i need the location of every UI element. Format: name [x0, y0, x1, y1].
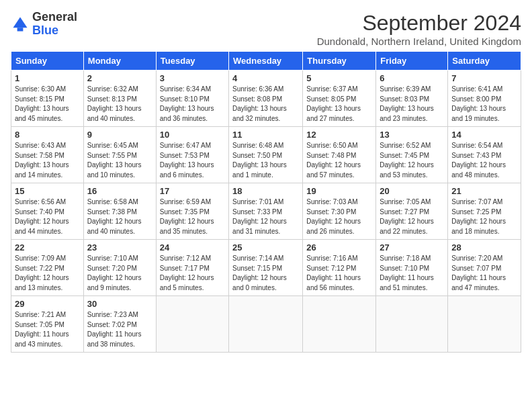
- table-row: [156, 296, 228, 353]
- table-row: 23Sunrise: 7:10 AMSunset: 7:20 PMDayligh…: [83, 240, 156, 296]
- day-info: Sunrise: 7:05 AMSunset: 7:27 PMDaylight:…: [380, 197, 444, 236]
- day-info: Sunrise: 6:56 AMSunset: 7:40 PMDaylight:…: [15, 197, 80, 236]
- calendar-week-row: 15Sunrise: 6:56 AMSunset: 7:40 PMDayligh…: [11, 183, 521, 240]
- day-info: Sunrise: 6:58 AMSunset: 7:38 PMDaylight:…: [87, 197, 152, 236]
- day-info: Sunrise: 7:18 AMSunset: 7:10 PMDaylight:…: [380, 254, 444, 293]
- day-number: 16: [87, 186, 152, 196]
- table-row: 17Sunrise: 6:59 AMSunset: 7:35 PMDayligh…: [156, 183, 228, 240]
- day-number: 1: [15, 73, 80, 83]
- col-wednesday: Wednesday: [229, 52, 303, 71]
- table-row: [448, 296, 521, 353]
- table-row: [229, 296, 303, 353]
- day-number: 8: [15, 130, 80, 140]
- day-info: Sunrise: 6:41 AMSunset: 8:00 PMDaylight:…: [451, 85, 517, 124]
- day-info: Sunrise: 7:16 AMSunset: 7:12 PMDaylight:…: [306, 254, 372, 293]
- day-info: Sunrise: 7:07 AMSunset: 7:25 PMDaylight:…: [451, 197, 517, 236]
- day-number: 2: [87, 73, 152, 83]
- table-row: 10Sunrise: 6:47 AMSunset: 7:53 PMDayligh…: [156, 127, 228, 183]
- table-row: 5Sunrise: 6:37 AMSunset: 8:05 PMDaylight…: [303, 71, 376, 127]
- table-row: 16Sunrise: 6:58 AMSunset: 7:38 PMDayligh…: [83, 183, 156, 240]
- day-info: Sunrise: 6:34 AMSunset: 8:10 PMDaylight:…: [160, 85, 225, 124]
- table-row: 25Sunrise: 7:14 AMSunset: 7:15 PMDayligh…: [229, 240, 303, 296]
- table-row: 26Sunrise: 7:16 AMSunset: 7:12 PMDayligh…: [303, 240, 376, 296]
- day-info: Sunrise: 7:21 AMSunset: 7:05 PMDaylight:…: [15, 310, 80, 349]
- col-friday: Friday: [376, 52, 448, 71]
- day-number: 15: [15, 186, 80, 196]
- day-info: Sunrise: 6:36 AMSunset: 8:08 PMDaylight:…: [232, 85, 299, 124]
- location-subtitle: Dundonald, Northern Ireland, United King…: [317, 36, 521, 47]
- calendar-week-row: 1Sunrise: 6:30 AMSunset: 8:15 PMDaylight…: [11, 71, 521, 127]
- day-info: Sunrise: 7:01 AMSunset: 7:33 PMDaylight:…: [232, 197, 299, 236]
- day-info: Sunrise: 6:39 AMSunset: 8:03 PMDaylight:…: [380, 85, 444, 124]
- table-row: 19Sunrise: 7:03 AMSunset: 7:30 PMDayligh…: [303, 183, 376, 240]
- calendar-header-row: Sunday Monday Tuesday Wednesday Thursday…: [11, 52, 521, 71]
- page-header: General Blue September 2024 Dundonald, N…: [11, 11, 521, 47]
- table-row: 9Sunrise: 6:45 AMSunset: 7:55 PMDaylight…: [83, 127, 156, 183]
- day-info: Sunrise: 6:47 AMSunset: 7:53 PMDaylight:…: [160, 141, 225, 180]
- svg-rect-2: [17, 28, 24, 31]
- day-info: Sunrise: 7:20 AMSunset: 7:07 PMDaylight:…: [451, 254, 517, 293]
- day-number: 26: [306, 242, 372, 253]
- day-number: 3: [160, 73, 225, 83]
- table-row: 2Sunrise: 6:32 AMSunset: 8:13 PMDaylight…: [83, 71, 156, 127]
- table-row: 3Sunrise: 6:34 AMSunset: 8:10 PMDaylight…: [156, 71, 228, 127]
- day-info: Sunrise: 7:12 AMSunset: 7:17 PMDaylight:…: [160, 254, 225, 293]
- col-monday: Monday: [83, 52, 156, 71]
- table-row: 30Sunrise: 7:23 AMSunset: 7:02 PMDayligh…: [83, 296, 156, 353]
- day-info: Sunrise: 6:45 AMSunset: 7:55 PMDaylight:…: [87, 141, 152, 180]
- day-number: 13: [380, 130, 444, 140]
- day-number: 27: [380, 242, 444, 253]
- day-info: Sunrise: 6:37 AMSunset: 8:05 PMDaylight:…: [306, 85, 372, 124]
- day-info: Sunrise: 6:43 AMSunset: 7:58 PMDaylight:…: [15, 141, 80, 180]
- table-row: 13Sunrise: 6:52 AMSunset: 7:45 PMDayligh…: [376, 127, 448, 183]
- day-info: Sunrise: 6:52 AMSunset: 7:45 PMDaylight:…: [380, 141, 444, 180]
- table-row: 24Sunrise: 7:12 AMSunset: 7:17 PMDayligh…: [156, 240, 228, 296]
- day-info: Sunrise: 6:32 AMSunset: 8:13 PMDaylight:…: [87, 85, 152, 124]
- day-number: 17: [160, 186, 225, 196]
- col-thursday: Thursday: [303, 52, 376, 71]
- day-number: 29: [15, 299, 80, 309]
- day-number: 30: [87, 299, 152, 309]
- day-number: 10: [160, 130, 225, 140]
- day-number: 9: [87, 130, 152, 140]
- table-row: 1Sunrise: 6:30 AMSunset: 8:15 PMDaylight…: [11, 71, 84, 127]
- day-info: Sunrise: 7:14 AMSunset: 7:15 PMDaylight:…: [232, 254, 299, 293]
- day-number: 4: [232, 73, 299, 83]
- day-number: 19: [306, 186, 372, 196]
- day-info: Sunrise: 7:10 AMSunset: 7:20 PMDaylight:…: [87, 254, 152, 293]
- day-info: Sunrise: 7:09 AMSunset: 7:22 PMDaylight:…: [15, 254, 80, 293]
- table-row: 6Sunrise: 6:39 AMSunset: 8:03 PMDaylight…: [376, 71, 448, 127]
- day-number: 20: [380, 186, 444, 196]
- calendar-week-row: 8Sunrise: 6:43 AMSunset: 7:58 PMDaylight…: [11, 127, 521, 183]
- day-number: 14: [451, 130, 517, 140]
- day-info: Sunrise: 6:59 AMSunset: 7:35 PMDaylight:…: [160, 197, 225, 236]
- table-row: 18Sunrise: 7:01 AMSunset: 7:33 PMDayligh…: [229, 183, 303, 240]
- day-number: 5: [306, 73, 372, 83]
- day-number: 21: [451, 186, 517, 196]
- logo-text: General Blue: [32, 11, 77, 38]
- table-row: 8Sunrise: 6:43 AMSunset: 7:58 PMDaylight…: [11, 127, 84, 183]
- table-row: [303, 296, 376, 353]
- day-info: Sunrise: 6:50 AMSunset: 7:48 PMDaylight:…: [306, 141, 372, 180]
- col-tuesday: Tuesday: [156, 52, 228, 71]
- table-row: 21Sunrise: 7:07 AMSunset: 7:25 PMDayligh…: [448, 183, 521, 240]
- calendar-week-row: 29Sunrise: 7:21 AMSunset: 7:05 PMDayligh…: [11, 296, 521, 353]
- table-row: 12Sunrise: 6:50 AMSunset: 7:48 PMDayligh…: [303, 127, 376, 183]
- day-number: 24: [160, 242, 225, 253]
- day-number: 11: [232, 130, 299, 140]
- month-title: September 2024: [317, 11, 521, 36]
- table-row: 4Sunrise: 6:36 AMSunset: 8:08 PMDaylight…: [229, 71, 303, 127]
- table-row: 15Sunrise: 6:56 AMSunset: 7:40 PMDayligh…: [11, 183, 84, 240]
- calendar-week-row: 22Sunrise: 7:09 AMSunset: 7:22 PMDayligh…: [11, 240, 521, 296]
- logo-icon: [11, 15, 30, 34]
- col-saturday: Saturday: [448, 52, 521, 71]
- day-number: 28: [451, 242, 517, 253]
- day-number: 22: [15, 242, 80, 253]
- table-row: 28Sunrise: 7:20 AMSunset: 7:07 PMDayligh…: [448, 240, 521, 296]
- day-number: 12: [306, 130, 372, 140]
- table-row: 20Sunrise: 7:05 AMSunset: 7:27 PMDayligh…: [376, 183, 448, 240]
- title-block: September 2024 Dundonald, Northern Irela…: [317, 11, 521, 47]
- table-row: 14Sunrise: 6:54 AMSunset: 7:43 PMDayligh…: [448, 127, 521, 183]
- day-number: 7: [451, 73, 517, 83]
- table-row: 11Sunrise: 6:48 AMSunset: 7:50 PMDayligh…: [229, 127, 303, 183]
